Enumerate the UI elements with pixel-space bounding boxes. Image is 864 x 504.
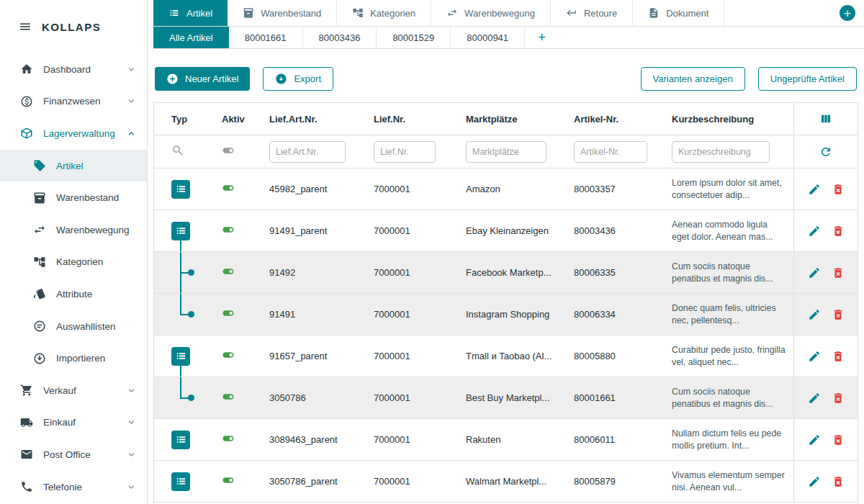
delete-icon[interactable]: [832, 392, 845, 405]
sidebar-item-importieren[interactable]: Importieren: [0, 342, 147, 374]
filter-lief-nr-input[interactable]: [374, 141, 436, 163]
table-row[interactable]: 914927000001Facebook Marketp...80006335C…: [154, 252, 858, 294]
col-header-lief-art-nr[interactable]: Lief.Art.Nr.: [256, 114, 361, 125]
delete-icon[interactable]: [832, 350, 845, 363]
sidebar-item-label: Telefonie: [43, 482, 126, 492]
delete-icon[interactable]: [832, 183, 845, 196]
delete-icon[interactable]: [832, 308, 845, 321]
add-article-tab-button[interactable]: +: [525, 27, 559, 48]
col-header-marktplaetze[interactable]: Marktplätze: [454, 114, 562, 125]
toggle-icon: [222, 390, 235, 403]
edit-icon[interactable]: [808, 308, 821, 321]
sidebar-item-warenbewegung[interactable]: Warenbewegung: [0, 214, 147, 246]
sidebar-item-attribute[interactable]: Attribute: [0, 278, 147, 310]
export-button[interactable]: Export: [263, 67, 333, 91]
new-article-button[interactable]: Neuer Artikel: [155, 67, 250, 91]
sidebar-item-warenbestand[interactable]: Warenbestand: [0, 181, 147, 214]
filter-lief-art-nr-input[interactable]: [269, 141, 346, 163]
tab-kategorien[interactable]: Kategorien: [337, 0, 431, 26]
refresh-icon[interactable]: [819, 145, 832, 158]
marktplatz-cell: Facebook Marketp...: [454, 267, 562, 278]
sidebar-item-kategorien[interactable]: Kategorien: [0, 246, 147, 279]
home-icon: [20, 63, 33, 76]
delete-icon[interactable]: [832, 266, 845, 279]
edit-icon[interactable]: [808, 350, 821, 363]
col-header-lief-nr[interactable]: Lief.Nr.: [361, 114, 454, 125]
tag-icon: [33, 159, 46, 172]
delete-icon[interactable]: [832, 225, 845, 238]
aktiv-cell[interactable]: [203, 474, 256, 489]
aktiv-cell[interactable]: [203, 432, 256, 447]
aktiv-cell[interactable]: [203, 265, 256, 280]
col-header-typ[interactable]: Typ: [154, 114, 203, 125]
tab-retoure[interactable]: Retoure: [551, 0, 633, 26]
columns-icon[interactable]: [819, 112, 832, 125]
add-tab-button[interactable]: +: [840, 5, 855, 21]
aktiv-cell[interactable]: [203, 348, 256, 364]
article-list-icon[interactable]: [171, 431, 190, 449]
table-row[interactable]: 45982_parent7000001Amazon80003357Lorem i…: [154, 168, 858, 210]
marktplatz-cell: Ebay Kleinanzeigen: [454, 225, 562, 236]
table-row[interactable]: 914917000001Instagram Shopping80006334Do…: [154, 294, 858, 336]
sidebar-item-finanzwesen[interactable]: Finanzwesen: [0, 86, 147, 118]
sidebar-item-dashboard[interactable]: Dashboard: [0, 53, 147, 86]
edit-icon[interactable]: [808, 392, 821, 405]
edit-icon[interactable]: [808, 266, 821, 279]
edit-icon[interactable]: [808, 475, 821, 488]
article-tab-80003436[interactable]: 80003436: [303, 27, 377, 48]
col-header-artikel-nr[interactable]: Artikel-Nr.: [562, 114, 662, 125]
article-tab-alle-artikel[interactable]: Alle Artikel: [153, 27, 229, 48]
col-header-aktiv[interactable]: Aktiv: [203, 114, 256, 125]
tab-warenbewegung[interactable]: Warenbewegung: [431, 0, 551, 26]
hamburger-menu-icon[interactable]: [19, 20, 32, 33]
edit-icon[interactable]: [808, 433, 821, 446]
sidebar-item-label: Verkauf: [43, 385, 126, 396]
article-tab-80000941[interactable]: 80000941: [451, 27, 525, 48]
article-list-icon[interactable]: [171, 222, 190, 240]
tab-label: Alle Artikel: [169, 32, 213, 43]
show-variants-button[interactable]: Varianten anzeigen: [641, 67, 745, 91]
tree-node-dot: [188, 395, 194, 401]
lief-nr-cell: 7000001: [361, 309, 454, 320]
table-row[interactable]: 3050786_parent7000001Walmart Marketpl...…: [154, 461, 858, 503]
tab-label: 80000941: [467, 32, 508, 43]
sidebar-item-post-office[interactable]: Post Office: [0, 438, 147, 471]
tab-label: Warenbewegung: [464, 8, 535, 19]
filter-artikel-nr-input[interactable]: [574, 141, 647, 163]
tab-artikel[interactable]: Artikel: [153, 0, 228, 26]
sidebar-item-einkauf[interactable]: Einkauf: [0, 407, 147, 439]
sidebar-item-auswahllisten[interactable]: Auswahllisten: [0, 310, 147, 343]
filter-kurzbeschreibung-input[interactable]: [672, 141, 770, 163]
sidebar-item-lagerverwaltung[interactable]: Lagerverwaltung: [0, 117, 147, 150]
sidebar-item-verkauf[interactable]: Verkauf: [0, 374, 147, 407]
aktiv-cell[interactable]: [203, 307, 256, 322]
table-row[interactable]: 91657_parent7000001Tmall и Taobao (Al...…: [154, 336, 858, 377]
table-row[interactable]: 91491_parent7000001Ebay Kleinanzeigen800…: [154, 210, 858, 252]
aktiv-cell[interactable]: [203, 181, 256, 197]
table-row[interactable]: 30507867000001Best Buy Marketpl...800016…: [154, 377, 858, 419]
edit-icon[interactable]: [808, 183, 821, 196]
delete-icon[interactable]: [832, 433, 845, 446]
sidebar-item-artikel[interactable]: Artikel: [0, 150, 147, 182]
filter-marktplaetze-input[interactable]: [466, 141, 546, 163]
delete-icon[interactable]: [832, 475, 845, 488]
edit-icon[interactable]: [808, 225, 821, 238]
article-list-icon[interactable]: [171, 180, 190, 199]
table-row[interactable]: 3089463_parent7000001Rakuten80006011Null…: [154, 419, 858, 461]
sidebar: KOLLAPS DashboardFinanzwesenLagerverwalt…: [0, 0, 148, 504]
inventory-icon: [33, 192, 46, 204]
tab-warenbestand[interactable]: Warenbestand: [228, 0, 337, 26]
sitemap-icon: [352, 7, 364, 19]
aktiv-cell[interactable]: [203, 223, 256, 238]
article-list-icon[interactable]: [171, 347, 190, 366]
aktiv-cell[interactable]: [203, 390, 256, 405]
article-tab-80001661[interactable]: 80001661: [229, 27, 303, 48]
article-tab-80001529[interactable]: 80001529: [377, 27, 451, 48]
sidebar-item-telefonie[interactable]: Telefonie: [0, 471, 147, 503]
typ-cell: [154, 461, 203, 502]
unchecked-articles-button[interactable]: Ungeprüfte Artikel: [758, 67, 857, 91]
article-list-icon[interactable]: [171, 472, 190, 491]
tab-dokument[interactable]: Dokument: [633, 0, 724, 26]
col-header-kurzbeschreibung[interactable]: Kurzbeschreibung: [662, 114, 793, 125]
filter-aktiv[interactable]: [203, 144, 256, 159]
